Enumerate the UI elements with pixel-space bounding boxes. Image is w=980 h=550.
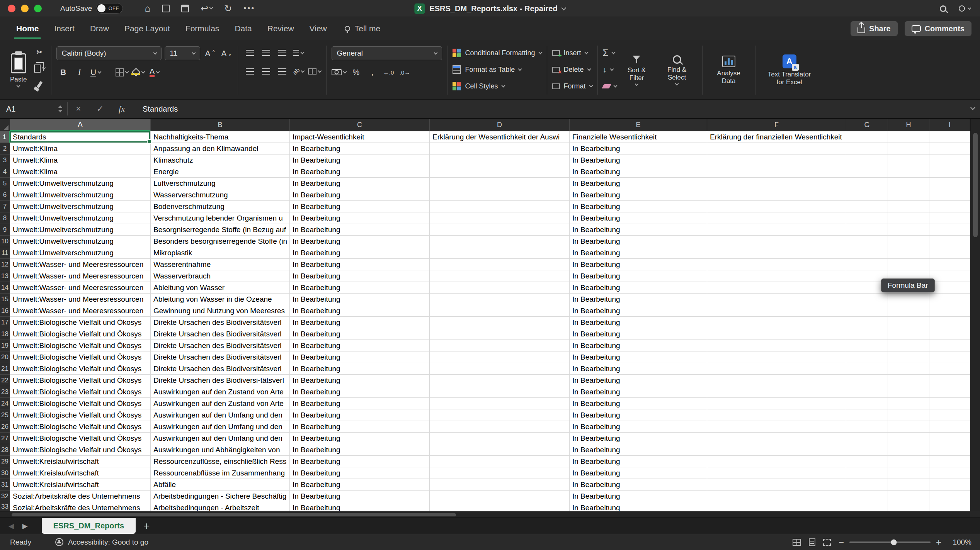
cell-D2[interactable] [430, 143, 570, 154]
cell-B9[interactable]: Besorgniserregende Stoffe (in Bezug auf [151, 224, 290, 236]
cell-I20[interactable] [929, 351, 970, 363]
cell-D7[interactable] [430, 201, 570, 212]
row-header-17[interactable]: 17 [0, 317, 10, 328]
document-title-area[interactable]: X ESRS_DM_Reports.xlsx - Repaired [414, 0, 565, 17]
format-as-table-button[interactable]: Format as Table [453, 63, 541, 76]
cell-H17[interactable] [888, 317, 929, 328]
column-header-E[interactable]: E [570, 119, 707, 131]
cell-G24[interactable] [846, 398, 888, 409]
cell-E23[interactable]: In Bearbeitung [570, 386, 707, 398]
cell-F9[interactable] [707, 224, 846, 236]
bold-button[interactable]: B [56, 66, 70, 79]
cell-G21[interactable] [846, 363, 888, 375]
cell-D25[interactable] [430, 409, 570, 421]
cell-A3[interactable]: Umwelt:Klima [10, 154, 151, 166]
decrease-font-size-button[interactable]: A˅ [219, 47, 233, 60]
cell-B15[interactable]: Ableitung von Wasser in die Ozeane [151, 294, 290, 305]
column-header-G[interactable]: G [846, 119, 888, 131]
conditional-formatting-button[interactable]: Conditional Formatting [453, 46, 541, 59]
cell-E27[interactable]: In Bearbeitung [570, 433, 707, 444]
cell-E13[interactable]: In Bearbeitung [570, 270, 707, 282]
cell-F29[interactable] [707, 456, 846, 467]
cell-A2[interactable]: Umwelt:Klima [10, 143, 151, 154]
next-sheet-icon[interactable]: ▶ [22, 522, 28, 530]
font-color-button[interactable]: A [148, 66, 161, 79]
delete-cells-button[interactable]: × Delete [552, 63, 592, 76]
cell-F32[interactable] [707, 491, 846, 502]
cell-F18[interactable] [707, 328, 846, 340]
cell-F7[interactable] [707, 201, 846, 212]
cell-C31[interactable]: In Bearbeitung [290, 479, 430, 491]
cell-G10[interactable] [846, 236, 888, 247]
cell-H11[interactable] [888, 247, 929, 259]
cell-A11[interactable]: Umwelt:Umweltverschmutzung [10, 247, 151, 259]
cell-B1[interactable]: Nachhaltigkeits-Thema [151, 131, 290, 143]
cell-G16[interactable] [846, 305, 888, 317]
cell-H8[interactable] [888, 212, 929, 224]
cell-E18[interactable]: In Bearbeitung [570, 328, 707, 340]
cell-B6[interactable]: Wasserverschmutzung [151, 189, 290, 201]
cell-E28[interactable]: In Bearbeitung [570, 444, 707, 456]
ribbon-tab-data[interactable]: Data [227, 17, 259, 40]
borders-button[interactable] [115, 66, 128, 79]
cell-B11[interactable]: Mikroplastik [151, 247, 290, 259]
cell-C15[interactable]: In Bearbeitung [290, 294, 430, 305]
row-header-3[interactable]: 3 [0, 154, 10, 166]
cell-H26[interactable] [888, 421, 929, 433]
cell-C28[interactable]: In Bearbeitung [290, 444, 430, 456]
cell-C27[interactable]: In Bearbeitung [290, 433, 430, 444]
autosave-control[interactable]: AutoSave OFF [60, 3, 123, 14]
ribbon-tab-formulas[interactable]: Formulas [178, 17, 227, 40]
cut-button[interactable]: ✂ [33, 46, 46, 59]
cell-C30[interactable]: In Bearbeitung [290, 467, 430, 479]
cell-D16[interactable] [430, 305, 570, 317]
cell-A23[interactable]: Umwelt:Biologische Vielfalt und Ökosys [10, 386, 151, 398]
row-header-29[interactable]: 29 [0, 456, 10, 467]
cell-I19[interactable] [929, 340, 970, 351]
cell-H5[interactable] [888, 178, 929, 189]
cell-B14[interactable]: Ableitung von Wasser [151, 282, 290, 294]
column-header-I[interactable]: I [929, 119, 970, 131]
row-header-2[interactable]: 2 [0, 143, 10, 154]
zoom-out-icon[interactable]: − [839, 537, 844, 548]
row-header-11[interactable]: 11 [0, 247, 10, 259]
cell-E24[interactable]: In Bearbeitung [570, 398, 707, 409]
row-header-9[interactable]: 9 [0, 224, 10, 236]
fill-color-button[interactable] [131, 66, 145, 79]
cell-E12[interactable]: In Bearbeitung [570, 259, 707, 270]
cell-A15[interactable]: Umwelt:Wasser- und Meeresressourcen [10, 294, 151, 305]
cell-B8[interactable]: Verschmutzung lebender Organismen u [151, 212, 290, 224]
sort-filter-button[interactable]: Sort & Filter [617, 43, 657, 97]
cell-E8[interactable]: In Bearbeitung [570, 212, 707, 224]
cell-H24[interactable] [888, 398, 929, 409]
cell-G15[interactable] [846, 294, 888, 305]
cell-D19[interactable] [430, 340, 570, 351]
cell-I9[interactable] [929, 224, 970, 236]
cell-E11[interactable]: In Bearbeitung [570, 247, 707, 259]
comments-button[interactable]: Comments [905, 21, 971, 36]
cell-D21[interactable] [430, 363, 570, 375]
cell-F6[interactable] [707, 189, 846, 201]
cell-H29[interactable] [888, 456, 929, 467]
cell-B5[interactable]: Luftverschmutzung [151, 178, 290, 189]
cell-D5[interactable] [430, 178, 570, 189]
row-header-30[interactable]: 30 [0, 467, 10, 479]
cell-E4[interactable]: In Bearbeitung [570, 166, 707, 178]
row-header-14[interactable]: 14 [0, 282, 10, 294]
cell-G20[interactable] [846, 351, 888, 363]
cell-F4[interactable] [707, 166, 846, 178]
cell-A29[interactable]: Umwelt:Kreislaufwirtschaft [10, 456, 151, 467]
cell-I21[interactable] [929, 363, 970, 375]
cell-I31[interactable] [929, 479, 970, 491]
cell-C22[interactable]: In Bearbeitung [290, 375, 430, 386]
underline-button[interactable]: U [89, 66, 102, 79]
cell-A4[interactable]: Umwelt:Klima [10, 166, 151, 178]
row-header-15[interactable]: 15 [0, 294, 10, 305]
cell-B13[interactable]: Wasserverbrauch [151, 270, 290, 282]
zoom-in-icon[interactable]: + [936, 537, 941, 548]
cell-A27[interactable]: Umwelt:Biologische Vielfalt und Ökosys [10, 433, 151, 444]
cell-H18[interactable] [888, 328, 929, 340]
cell-H10[interactable] [888, 236, 929, 247]
align-middle-button[interactable] [259, 46, 272, 59]
save-icon[interactable] [162, 5, 170, 12]
